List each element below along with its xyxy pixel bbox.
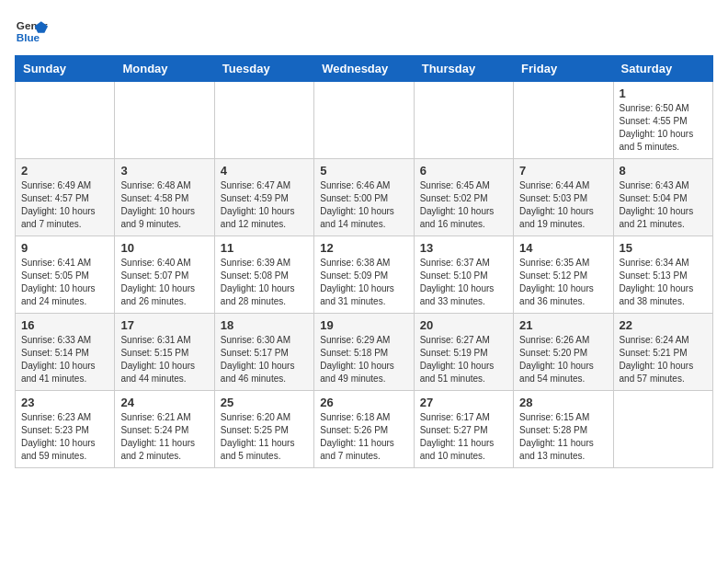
calendar: SundayMondayTuesdayWednesdayThursdayFrid…	[15, 55, 713, 468]
day-number: 18	[221, 318, 308, 332]
day-number: 20	[420, 318, 507, 332]
day-info: Sunrise: 6:37 AM Sunset: 5:10 PM Dayligh…	[420, 257, 507, 308]
day-cell: 28Sunrise: 6:15 AM Sunset: 5:28 PM Dayli…	[514, 391, 613, 468]
day-number: 14	[519, 241, 607, 255]
weekday-header-wednesday: Wednesday	[314, 56, 414, 82]
day-cell	[214, 82, 313, 159]
day-info: Sunrise: 6:18 AM Sunset: 5:26 PM Dayligh…	[320, 411, 407, 463]
day-cell: 4Sunrise: 6:47 AM Sunset: 4:59 PM Daylig…	[214, 159, 313, 236]
day-cell: 6Sunrise: 6:45 AM Sunset: 5:02 PM Daylig…	[414, 159, 513, 236]
weekday-header-thursday: Thursday	[414, 56, 513, 82]
day-info: Sunrise: 6:48 AM Sunset: 4:58 PM Dayligh…	[120, 179, 208, 231]
day-cell: 22Sunrise: 6:24 AM Sunset: 5:21 PM Dayli…	[613, 314, 712, 391]
day-number: 13	[420, 241, 507, 255]
day-cell: 15Sunrise: 6:34 AM Sunset: 5:13 PM Dayli…	[613, 236, 712, 314]
day-info: Sunrise: 6:26 AM Sunset: 5:20 PM Dayligh…	[519, 334, 607, 385]
week-row-1: 1Sunrise: 6:50 AM Sunset: 4:55 PM Daylig…	[16, 82, 713, 159]
weekday-header-sunday: Sunday	[16, 56, 115, 82]
day-number: 2	[21, 164, 108, 178]
day-number: 21	[519, 318, 607, 332]
week-row-4: 16Sunrise: 6:33 AM Sunset: 5:14 PM Dayli…	[16, 314, 713, 391]
day-cell	[514, 82, 613, 159]
day-cell: 10Sunrise: 6:40 AM Sunset: 5:07 PM Dayli…	[115, 236, 214, 314]
day-number: 1	[620, 86, 707, 100]
day-number: 12	[320, 241, 407, 255]
weekday-header-saturday: Saturday	[613, 56, 712, 82]
day-cell: 27Sunrise: 6:17 AM Sunset: 5:27 PM Dayli…	[414, 391, 513, 468]
day-number: 16	[21, 318, 108, 332]
day-cell: 7Sunrise: 6:44 AM Sunset: 5:03 PM Daylig…	[514, 159, 613, 236]
day-info: Sunrise: 6:43 AM Sunset: 5:04 PM Dayligh…	[620, 179, 707, 231]
day-number: 23	[21, 396, 108, 409]
day-cell	[314, 82, 414, 159]
day-info: Sunrise: 6:40 AM Sunset: 5:07 PM Dayligh…	[120, 257, 208, 308]
day-info: Sunrise: 6:21 AM Sunset: 5:24 PM Dayligh…	[120, 411, 208, 463]
day-number: 6	[420, 164, 507, 178]
day-cell	[414, 82, 513, 159]
day-info: Sunrise: 6:47 AM Sunset: 4:59 PM Dayligh…	[221, 179, 308, 231]
day-number: 8	[620, 164, 707, 178]
day-cell: 8Sunrise: 6:43 AM Sunset: 5:04 PM Daylig…	[613, 159, 712, 236]
header: General Blue	[15, 15, 713, 48]
day-number: 19	[320, 318, 407, 332]
svg-text:Blue: Blue	[17, 31, 40, 43]
day-info: Sunrise: 6:49 AM Sunset: 4:57 PM Dayligh…	[21, 179, 108, 231]
day-cell: 14Sunrise: 6:35 AM Sunset: 5:12 PM Dayli…	[514, 236, 613, 314]
day-cell	[613, 391, 712, 468]
day-cell: 26Sunrise: 6:18 AM Sunset: 5:26 PM Dayli…	[314, 391, 414, 468]
day-info: Sunrise: 6:45 AM Sunset: 5:02 PM Dayligh…	[420, 179, 507, 231]
day-cell: 11Sunrise: 6:39 AM Sunset: 5:08 PM Dayli…	[214, 236, 313, 314]
weekday-header-monday: Monday	[115, 56, 214, 82]
logo: General Blue	[15, 15, 48, 48]
weekday-header-tuesday: Tuesday	[214, 56, 313, 82]
day-number: 22	[620, 318, 707, 332]
day-number: 9	[21, 241, 108, 255]
day-info: Sunrise: 6:17 AM Sunset: 5:27 PM Dayligh…	[420, 411, 507, 463]
day-number: 7	[519, 164, 607, 178]
day-info: Sunrise: 6:20 AM Sunset: 5:25 PM Dayligh…	[221, 411, 308, 463]
day-info: Sunrise: 6:24 AM Sunset: 5:21 PM Dayligh…	[620, 334, 707, 385]
day-cell	[115, 82, 214, 159]
day-number: 15	[620, 241, 707, 255]
day-cell: 17Sunrise: 6:31 AM Sunset: 5:15 PM Dayli…	[115, 314, 214, 391]
day-cell: 3Sunrise: 6:48 AM Sunset: 4:58 PM Daylig…	[115, 159, 214, 236]
day-number: 10	[120, 241, 208, 255]
day-info: Sunrise: 6:35 AM Sunset: 5:12 PM Dayligh…	[519, 257, 607, 308]
logo-icon: General Blue	[15, 15, 48, 48]
day-cell: 16Sunrise: 6:33 AM Sunset: 5:14 PM Dayli…	[16, 314, 115, 391]
day-info: Sunrise: 6:50 AM Sunset: 4:55 PM Dayligh…	[620, 102, 707, 154]
day-number: 28	[519, 396, 607, 409]
day-info: Sunrise: 6:33 AM Sunset: 5:14 PM Dayligh…	[21, 334, 108, 385]
day-number: 25	[221, 396, 308, 409]
day-info: Sunrise: 6:30 AM Sunset: 5:17 PM Dayligh…	[221, 334, 308, 385]
day-cell: 23Sunrise: 6:23 AM Sunset: 5:23 PM Dayli…	[16, 391, 115, 468]
week-row-3: 9Sunrise: 6:41 AM Sunset: 5:05 PM Daylig…	[16, 236, 713, 314]
day-info: Sunrise: 6:46 AM Sunset: 5:00 PM Dayligh…	[320, 179, 407, 231]
day-info: Sunrise: 6:44 AM Sunset: 5:03 PM Dayligh…	[519, 179, 607, 231]
day-info: Sunrise: 6:38 AM Sunset: 5:09 PM Dayligh…	[320, 257, 407, 308]
day-number: 3	[120, 164, 208, 178]
week-row-2: 2Sunrise: 6:49 AM Sunset: 4:57 PM Daylig…	[16, 159, 713, 236]
day-cell: 9Sunrise: 6:41 AM Sunset: 5:05 PM Daylig…	[16, 236, 115, 314]
day-cell: 25Sunrise: 6:20 AM Sunset: 5:25 PM Dayli…	[214, 391, 313, 468]
day-cell: 20Sunrise: 6:27 AM Sunset: 5:19 PM Dayli…	[414, 314, 513, 391]
day-cell: 1Sunrise: 6:50 AM Sunset: 4:55 PM Daylig…	[613, 82, 712, 159]
day-number: 5	[320, 164, 407, 178]
day-cell: 5Sunrise: 6:46 AM Sunset: 5:00 PM Daylig…	[314, 159, 414, 236]
day-cell: 18Sunrise: 6:30 AM Sunset: 5:17 PM Dayli…	[214, 314, 313, 391]
day-cell: 19Sunrise: 6:29 AM Sunset: 5:18 PM Dayli…	[314, 314, 414, 391]
day-number: 17	[120, 318, 208, 332]
day-info: Sunrise: 6:39 AM Sunset: 5:08 PM Dayligh…	[221, 257, 308, 308]
day-info: Sunrise: 6:29 AM Sunset: 5:18 PM Dayligh…	[320, 334, 407, 385]
week-row-5: 23Sunrise: 6:23 AM Sunset: 5:23 PM Dayli…	[16, 391, 713, 468]
day-info: Sunrise: 6:27 AM Sunset: 5:19 PM Dayligh…	[420, 334, 507, 385]
day-cell: 2Sunrise: 6:49 AM Sunset: 4:57 PM Daylig…	[16, 159, 115, 236]
day-number: 24	[120, 396, 208, 409]
day-number: 11	[221, 241, 308, 255]
day-cell	[16, 82, 115, 159]
day-number: 26	[320, 396, 407, 409]
day-info: Sunrise: 6:15 AM Sunset: 5:28 PM Dayligh…	[519, 411, 607, 463]
day-info: Sunrise: 6:34 AM Sunset: 5:13 PM Dayligh…	[620, 257, 707, 308]
day-cell: 13Sunrise: 6:37 AM Sunset: 5:10 PM Dayli…	[414, 236, 513, 314]
weekday-header-row: SundayMondayTuesdayWednesdayThursdayFrid…	[16, 56, 713, 82]
